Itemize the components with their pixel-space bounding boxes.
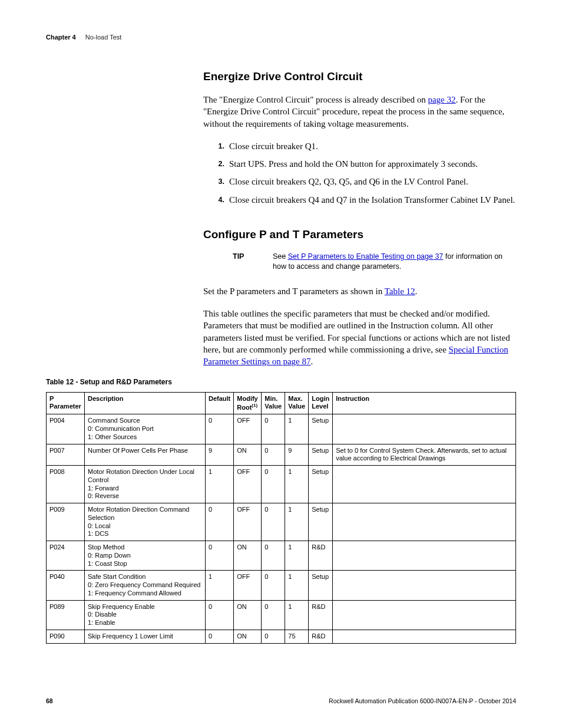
- table-cell: Skip Frequency Enable0: Disable1: Enable: [85, 600, 206, 630]
- table-cell: P040: [47, 571, 85, 600]
- table-cell: Number Of Power Cells Per Phase: [85, 444, 206, 466]
- table-cell: Setup: [309, 444, 333, 466]
- configure-para2: This table outlines the specific paramet…: [203, 308, 516, 367]
- table-cell: Safe Start Condition0: Zero Frequency Co…: [85, 571, 206, 600]
- table-row: P090Skip Frequency 1 Lower Limit0ON075R&…: [47, 630, 516, 643]
- table-cell: P008: [47, 466, 85, 503]
- table-cell: 0: [262, 541, 285, 571]
- list-item: 2.Start UPS. Press and hold the ON butto…: [215, 158, 516, 170]
- table-cell: 9: [285, 444, 309, 466]
- table-cell: OFF: [234, 503, 262, 541]
- table-cell: 0: [262, 503, 285, 541]
- table-cell: 1: [206, 466, 234, 503]
- table-cell: OFF: [234, 571, 262, 600]
- table-cell: 0: [262, 600, 285, 630]
- table-cell: P007: [47, 444, 85, 466]
- table-cell: 0: [206, 414, 234, 444]
- table-cell: 0: [206, 630, 234, 643]
- chapter-title: No-load Test: [85, 34, 122, 41]
- table-cell: Setup: [309, 503, 333, 541]
- table-row: P089Skip Frequency Enable0: Disable1: En…: [47, 600, 516, 630]
- list-item: 1.Close circuit breaker Q1.: [215, 140, 516, 152]
- table-12-link[interactable]: Table 12: [385, 286, 415, 296]
- table-cell: Stop Method0: Ramp Down1: Coast Stop: [85, 541, 206, 571]
- section-heading-energize: Energize Drive Control Circuit: [203, 70, 516, 83]
- tip-block: TIP See Set P Parameters to Enable Testi…: [233, 252, 516, 272]
- table-cell: Setup: [309, 466, 333, 503]
- configure-para1: Set the P parameters and T parameters as…: [203, 285, 516, 297]
- table-cell: OFF: [234, 414, 262, 444]
- table-caption: Table 12 - Setup and R&D Parameters: [46, 378, 516, 386]
- table-row: P040Safe Start Condition0: Zero Frequenc…: [47, 571, 516, 600]
- parameters-table: P Parameter Description Default Modify R…: [46, 392, 516, 643]
- table-header-row: P Parameter Description Default Modify R…: [47, 393, 516, 414]
- table-cell: ON: [234, 444, 262, 466]
- table-cell: 1: [285, 466, 309, 503]
- table-cell: Setup: [309, 571, 333, 600]
- steps-list: 1.Close circuit breaker Q1. 2.Start UPS.…: [215, 140, 516, 206]
- table-cell: 1: [206, 571, 234, 600]
- page-footer: 68 Rockwell Automation Publication 6000-…: [46, 697, 516, 704]
- table-cell: [333, 414, 516, 444]
- table-cell: Command Source0: Communication Port1: Ot…: [85, 414, 206, 444]
- table-cell: R&D: [309, 630, 333, 643]
- tip-text: See Set P Parameters to Enable Testing o…: [273, 252, 516, 272]
- table-cell: Skip Frequency 1 Lower Limit: [85, 630, 206, 643]
- table-cell: 0: [206, 600, 234, 630]
- table-cell: [333, 466, 516, 503]
- th-instruction: Instruction: [333, 393, 516, 414]
- table-cell: ON: [234, 541, 262, 571]
- table-cell: Setup: [309, 414, 333, 444]
- table-cell: 1: [285, 571, 309, 600]
- table-cell: 0: [262, 571, 285, 600]
- th-default: Default: [206, 393, 234, 414]
- table-cell: ON: [234, 600, 262, 630]
- table-cell: 0: [206, 503, 234, 541]
- page-header: Chapter 4 No-load Test: [46, 34, 516, 41]
- table-cell: 1: [285, 541, 309, 571]
- table-cell: P089: [47, 600, 85, 630]
- table-cell: 1: [285, 600, 309, 630]
- set-p-parameters-link[interactable]: Set P Parameters to Enable Testing on pa…: [288, 252, 444, 261]
- table-cell: ON: [234, 630, 262, 643]
- list-item: 4.Close circuit breakers Q4 and Q7 in th…: [215, 194, 516, 206]
- th-max: Max. Value: [285, 393, 309, 414]
- table-row: P008Motor Rotation Direction Under Local…: [47, 466, 516, 503]
- table-cell: 0: [206, 541, 234, 571]
- th-modify: Modify Root(1): [234, 393, 262, 414]
- table-cell: [333, 600, 516, 630]
- publication-info: Rockwell Automation Publication 6000-IN0…: [329, 697, 516, 704]
- section-heading-configure: Configure P and T Parameters: [203, 228, 516, 241]
- table-cell: Motor Rotation Direction Command Selecti…: [85, 503, 206, 541]
- chapter-label: Chapter 4: [46, 34, 76, 41]
- th-login: Login Level: [309, 393, 333, 414]
- table-row: P009Motor Rotation Direction Command Sel…: [47, 503, 516, 541]
- table-cell: 9: [206, 444, 234, 466]
- table-cell: 1: [285, 414, 309, 444]
- table-cell: 0: [262, 414, 285, 444]
- table-cell: 75: [285, 630, 309, 643]
- table-cell: P004: [47, 414, 85, 444]
- th-min: Min. Value: [262, 393, 285, 414]
- table-cell: Set to 0 for Control System Check. After…: [333, 444, 516, 466]
- table-cell: Motor Rotation Direction Under Local Con…: [85, 466, 206, 503]
- table-cell: [333, 503, 516, 541]
- page-32-link[interactable]: page 32: [428, 95, 455, 104]
- table-cell: [333, 541, 516, 571]
- table-cell: OFF: [234, 466, 262, 503]
- table-cell: P024: [47, 541, 85, 571]
- energize-intro: The "Energize Control Circuit" process i…: [203, 94, 516, 130]
- table-cell: 0: [262, 444, 285, 466]
- th-p: P Parameter: [47, 393, 85, 414]
- table-cell: 0: [262, 466, 285, 503]
- table-row: P024Stop Method0: Ramp Down1: Coast Stop…: [47, 541, 516, 571]
- table-cell: R&D: [309, 541, 333, 571]
- th-desc: Description: [85, 393, 206, 414]
- table-row: P004Command Source0: Communication Port1…: [47, 414, 516, 444]
- page-number: 68: [46, 697, 53, 704]
- table-cell: 1: [285, 503, 309, 541]
- table-cell: [333, 630, 516, 643]
- tip-label: TIP: [233, 252, 249, 272]
- table-row: P007Number Of Power Cells Per Phase9ON09…: [47, 444, 516, 466]
- table-cell: P090: [47, 630, 85, 643]
